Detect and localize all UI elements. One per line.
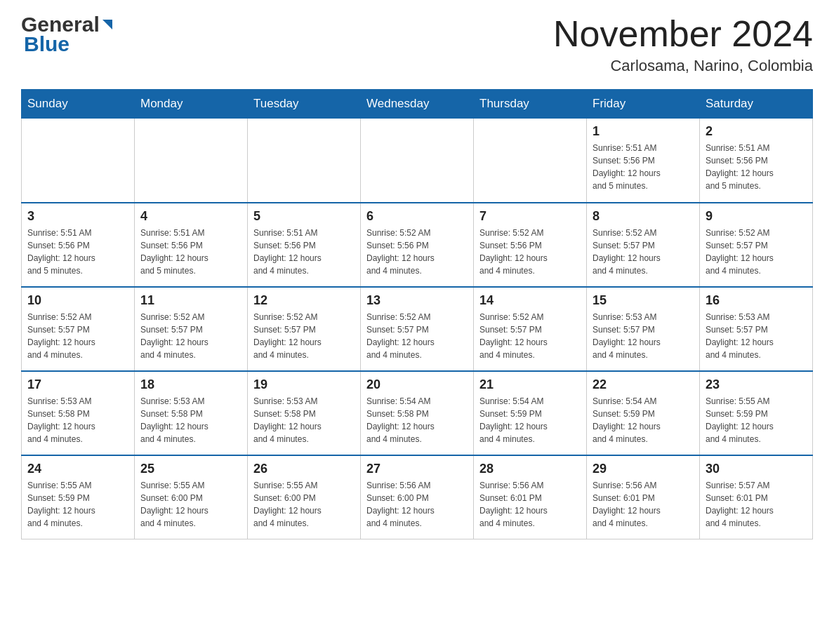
calendar-cell: 18Sunrise: 5:53 AM Sunset: 5:58 PM Dayli…: [135, 371, 248, 455]
day-number: 27: [366, 462, 468, 476]
calendar-week-row: 10Sunrise: 5:52 AM Sunset: 5:57 PM Dayli…: [22, 287, 813, 371]
day-info: Sunrise: 5:53 AM Sunset: 5:58 PM Dayligh…: [253, 395, 355, 445]
calendar-cell: 5Sunrise: 5:51 AM Sunset: 5:56 PM Daylig…: [248, 203, 361, 287]
day-info: Sunrise: 5:54 AM Sunset: 5:58 PM Dayligh…: [366, 395, 468, 445]
day-number: 25: [140, 462, 241, 476]
calendar-cell: 27Sunrise: 5:56 AM Sunset: 6:00 PM Dayli…: [361, 455, 474, 539]
calendar-cell: 8Sunrise: 5:52 AM Sunset: 5:57 PM Daylig…: [587, 203, 700, 287]
weekday-header-friday: Friday: [587, 90, 700, 119]
calendar-cell: 3Sunrise: 5:51 AM Sunset: 5:56 PM Daylig…: [22, 203, 135, 287]
day-number: 23: [706, 377, 807, 392]
day-number: 15: [593, 293, 694, 308]
calendar-cell: 17Sunrise: 5:53 AM Sunset: 5:58 PM Dayli…: [22, 371, 135, 455]
day-info: Sunrise: 5:56 AM Sunset: 6:01 PM Dayligh…: [593, 479, 694, 530]
day-info: Sunrise: 5:52 AM Sunset: 5:56 PM Dayligh…: [479, 227, 581, 277]
weekday-header-saturday: Saturday: [700, 90, 813, 119]
day-info: Sunrise: 5:51 AM Sunset: 5:56 PM Dayligh…: [253, 227, 355, 277]
logo-blue-text: Blue: [24, 32, 70, 56]
weekday-header-wednesday: Wednesday: [361, 90, 474, 119]
calendar-cell: 19Sunrise: 5:53 AM Sunset: 5:58 PM Dayli…: [248, 371, 361, 455]
day-info: Sunrise: 5:54 AM Sunset: 5:59 PM Dayligh…: [479, 395, 581, 445]
day-number: 22: [593, 377, 694, 392]
title-section: November 2024 Carlosama, Narino, Colombi…: [553, 14, 813, 75]
day-number: 29: [593, 462, 694, 476]
day-number: 21: [479, 377, 581, 392]
calendar-week-row: 3Sunrise: 5:51 AM Sunset: 5:56 PM Daylig…: [22, 203, 813, 287]
svg-marker-0: [102, 20, 112, 29]
day-number: 6: [366, 209, 468, 224]
calendar-cell: [135, 119, 248, 203]
calendar-header-row: SundayMondayTuesdayWednesdayThursdayFrid…: [22, 90, 813, 119]
calendar-cell: [22, 119, 135, 203]
day-info: Sunrise: 5:53 AM Sunset: 5:57 PM Dayligh…: [706, 311, 807, 361]
day-number: 5: [253, 209, 355, 224]
day-info: Sunrise: 5:55 AM Sunset: 5:59 PM Dayligh…: [706, 395, 807, 445]
calendar-cell: 23Sunrise: 5:55 AM Sunset: 5:59 PM Dayli…: [700, 371, 813, 455]
logo-arrow-icon: [100, 18, 115, 34]
calendar-cell: 24Sunrise: 5:55 AM Sunset: 5:59 PM Dayli…: [22, 455, 135, 539]
calendar-cell: 20Sunrise: 5:54 AM Sunset: 5:58 PM Dayli…: [361, 371, 474, 455]
day-info: Sunrise: 5:53 AM Sunset: 5:57 PM Dayligh…: [593, 311, 694, 361]
calendar-cell: 22Sunrise: 5:54 AM Sunset: 5:59 PM Dayli…: [587, 371, 700, 455]
day-info: Sunrise: 5:52 AM Sunset: 5:57 PM Dayligh…: [479, 311, 581, 361]
day-number: 28: [479, 462, 581, 476]
day-info: Sunrise: 5:51 AM Sunset: 5:56 PM Dayligh…: [140, 227, 241, 277]
day-info: Sunrise: 5:53 AM Sunset: 5:58 PM Dayligh…: [27, 395, 128, 445]
weekday-header-tuesday: Tuesday: [248, 90, 361, 119]
day-number: 10: [27, 293, 128, 308]
day-info: Sunrise: 5:52 AM Sunset: 5:57 PM Dayligh…: [593, 227, 694, 277]
day-number: 14: [479, 293, 581, 308]
calendar-cell: [474, 119, 587, 203]
day-number: 13: [366, 293, 468, 308]
day-info: Sunrise: 5:51 AM Sunset: 5:56 PM Dayligh…: [593, 142, 694, 192]
day-number: 26: [253, 462, 355, 476]
day-number: 9: [706, 209, 807, 224]
day-number: 2: [706, 124, 807, 139]
calendar-cell: 28Sunrise: 5:56 AM Sunset: 6:01 PM Dayli…: [474, 455, 587, 539]
day-info: Sunrise: 5:53 AM Sunset: 5:58 PM Dayligh…: [140, 395, 241, 445]
day-info: Sunrise: 5:52 AM Sunset: 5:57 PM Dayligh…: [27, 311, 128, 361]
day-number: 7: [479, 209, 581, 224]
day-info: Sunrise: 5:52 AM Sunset: 5:57 PM Dayligh…: [140, 311, 241, 361]
calendar-week-row: 24Sunrise: 5:55 AM Sunset: 5:59 PM Dayli…: [22, 455, 813, 539]
day-info: Sunrise: 5:56 AM Sunset: 6:01 PM Dayligh…: [479, 479, 581, 530]
day-info: Sunrise: 5:57 AM Sunset: 6:01 PM Dayligh…: [706, 479, 807, 530]
calendar-week-row: 1Sunrise: 5:51 AM Sunset: 5:56 PM Daylig…: [22, 119, 813, 203]
page-header: General Blue November 2024 Carlosama, Na…: [21, 14, 813, 75]
calendar-cell: 13Sunrise: 5:52 AM Sunset: 5:57 PM Dayli…: [361, 287, 474, 371]
day-info: Sunrise: 5:52 AM Sunset: 5:57 PM Dayligh…: [706, 227, 807, 277]
calendar-cell: 12Sunrise: 5:52 AM Sunset: 5:57 PM Dayli…: [248, 287, 361, 371]
day-info: Sunrise: 5:51 AM Sunset: 5:56 PM Dayligh…: [706, 142, 807, 192]
weekday-header-sunday: Sunday: [22, 90, 135, 119]
calendar-cell: 11Sunrise: 5:52 AM Sunset: 5:57 PM Dayli…: [135, 287, 248, 371]
calendar-cell: 16Sunrise: 5:53 AM Sunset: 5:57 PM Dayli…: [700, 287, 813, 371]
day-info: Sunrise: 5:54 AM Sunset: 5:59 PM Dayligh…: [593, 395, 694, 445]
day-number: 20: [366, 377, 468, 392]
day-info: Sunrise: 5:56 AM Sunset: 6:00 PM Dayligh…: [366, 479, 468, 530]
day-number: 18: [140, 377, 241, 392]
calendar-cell: 15Sunrise: 5:53 AM Sunset: 5:57 PM Dayli…: [587, 287, 700, 371]
day-info: Sunrise: 5:52 AM Sunset: 5:57 PM Dayligh…: [366, 311, 468, 361]
day-info: Sunrise: 5:55 AM Sunset: 6:00 PM Dayligh…: [140, 479, 241, 530]
calendar-cell: 14Sunrise: 5:52 AM Sunset: 5:57 PM Dayli…: [474, 287, 587, 371]
day-info: Sunrise: 5:51 AM Sunset: 5:56 PM Dayligh…: [27, 227, 128, 277]
day-number: 3: [27, 209, 128, 224]
calendar-cell: 21Sunrise: 5:54 AM Sunset: 5:59 PM Dayli…: [474, 371, 587, 455]
calendar-cell: [248, 119, 361, 203]
calendar-cell: 6Sunrise: 5:52 AM Sunset: 5:56 PM Daylig…: [361, 203, 474, 287]
weekday-header-monday: Monday: [135, 90, 248, 119]
calendar-cell: 29Sunrise: 5:56 AM Sunset: 6:01 PM Dayli…: [587, 455, 700, 539]
calendar-cell: 7Sunrise: 5:52 AM Sunset: 5:56 PM Daylig…: [474, 203, 587, 287]
calendar-cell: [361, 119, 474, 203]
day-number: 19: [253, 377, 355, 392]
day-info: Sunrise: 5:52 AM Sunset: 5:56 PM Dayligh…: [366, 227, 468, 277]
weekday-header-thursday: Thursday: [474, 90, 587, 119]
day-number: 12: [253, 293, 355, 308]
calendar-cell: 4Sunrise: 5:51 AM Sunset: 5:56 PM Daylig…: [135, 203, 248, 287]
day-number: 4: [140, 209, 241, 224]
calendar-cell: 25Sunrise: 5:55 AM Sunset: 6:00 PM Dayli…: [135, 455, 248, 539]
day-number: 17: [27, 377, 128, 392]
day-number: 16: [706, 293, 807, 308]
day-number: 30: [706, 462, 807, 476]
day-number: 11: [140, 293, 241, 308]
